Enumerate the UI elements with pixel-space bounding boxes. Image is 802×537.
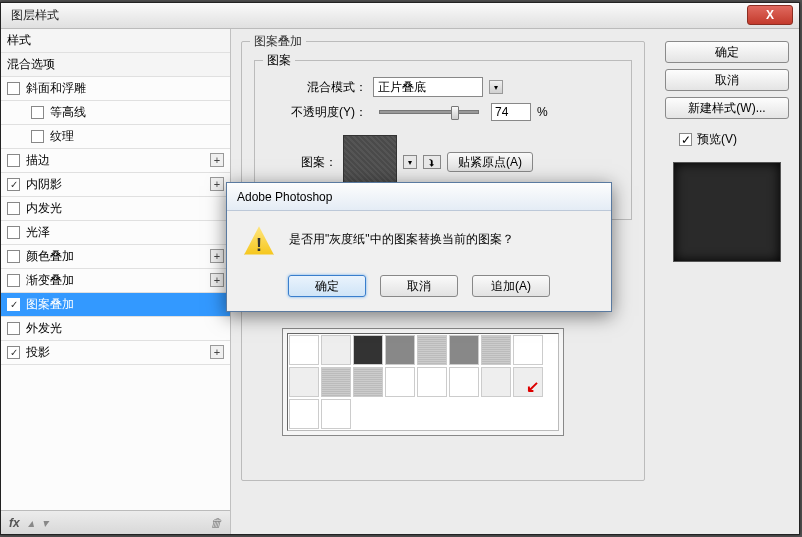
pattern-swatch[interactable] (417, 335, 447, 365)
sidebar-blend-options[interactable]: 混合选项 (1, 53, 230, 77)
pattern-thumbnail[interactable] (343, 135, 397, 189)
sidebar-item-label: 纹理 (50, 128, 74, 145)
sidebar-item-10[interactable]: 外发光 (1, 317, 230, 341)
pattern-swatch[interactable] (449, 335, 479, 365)
snap-origin-button[interactable]: 贴紧原点(A) (447, 152, 533, 172)
ok-button[interactable]: 确定 (665, 41, 789, 63)
sidebar-styles-header[interactable]: 样式 (1, 29, 230, 53)
dialog-append-button[interactable]: 追加(A) (472, 275, 550, 297)
pattern-swatch[interactable] (417, 367, 447, 397)
pattern-swatch[interactable] (449, 367, 479, 397)
effect-checkbox[interactable] (7, 250, 20, 263)
pattern-swatch[interactable] (289, 335, 319, 365)
pattern-swatch[interactable] (513, 335, 543, 365)
sidebar-item-label: 图案叠加 (26, 296, 74, 313)
add-effect-icon[interactable]: + (210, 249, 224, 263)
pattern-swatch[interactable] (385, 335, 415, 365)
sidebar-item-label: 投影 (26, 344, 50, 361)
sidebar-item-label: 描边 (26, 152, 50, 169)
confirm-dialog: Adobe Photoshop 是否用"灰度纸"中的图案替换当前的图案？ 确定 … (226, 182, 612, 312)
sidebar-footer: fx ▴ ▾ 🗑 (1, 510, 230, 534)
pattern-swatch[interactable] (321, 335, 351, 365)
sidebar-item-11[interactable]: ✓投影+ (1, 341, 230, 365)
add-effect-icon[interactable]: + (210, 273, 224, 287)
sidebar-item-3[interactable]: 描边+ (1, 149, 230, 173)
effect-checkbox[interactable] (7, 322, 20, 335)
opacity-slider-thumb[interactable] (451, 106, 459, 120)
opacity-input[interactable] (491, 103, 531, 121)
effect-checkbox[interactable] (7, 202, 20, 215)
inner-title: 图案 (263, 52, 295, 69)
dialog-ok-button[interactable]: 确定 (288, 275, 366, 297)
sidebar-item-2[interactable]: 纹理 (1, 125, 230, 149)
sidebar-item-label: 光泽 (26, 224, 50, 241)
pattern-swatch[interactable] (321, 399, 351, 429)
effect-checkbox[interactable]: ✓ (7, 346, 20, 359)
down-icon[interactable]: ▾ (42, 516, 48, 530)
pattern-grid (287, 333, 559, 431)
pattern-swatch[interactable] (321, 367, 351, 397)
preview-checkbox[interactable]: ✓ (679, 133, 692, 146)
blend-mode-label: 混合模式： (267, 79, 367, 96)
sidebar-item-label: 等高线 (50, 104, 86, 121)
sidebar-item-label: 斜面和浮雕 (26, 80, 86, 97)
pattern-swatch[interactable] (289, 399, 319, 429)
effect-checkbox[interactable] (7, 82, 20, 95)
opacity-label: 不透明度(Y)： (267, 104, 367, 121)
right-panel: 确定 取消 新建样式(W)... ✓ 预览(V) (655, 29, 799, 534)
sidebar-item-7[interactable]: 颜色叠加+ (1, 245, 230, 269)
pattern-swatch[interactable] (289, 367, 319, 397)
up-icon[interactable]: ▴ (28, 516, 34, 530)
red-arrow-annotation: ↙ (526, 377, 539, 396)
add-effect-icon[interactable]: + (210, 177, 224, 191)
pattern-swatch[interactable] (481, 367, 511, 397)
link-icon[interactable]: ⮯ (423, 155, 441, 169)
preview-label: 预览(V) (697, 131, 737, 148)
sidebar-item-label: 内发光 (26, 200, 62, 217)
dialog-buttons: 确定 取消 追加(A) (227, 265, 611, 311)
blend-mode-value: 正片叠底 (378, 79, 426, 96)
preview-checkbox-row[interactable]: ✓ 预览(V) (679, 131, 789, 148)
cancel-button[interactable]: 取消 (665, 69, 789, 91)
effect-checkbox[interactable]: ✓ (7, 178, 20, 191)
trash-icon[interactable]: 🗑 (210, 516, 222, 530)
add-effect-icon[interactable]: + (210, 345, 224, 359)
sidebar-item-8[interactable]: 渐变叠加+ (1, 269, 230, 293)
window-title: 图层样式 (11, 7, 59, 24)
sidebar-item-6[interactable]: 光泽 (1, 221, 230, 245)
warning-icon (243, 225, 275, 257)
sidebar-list: 样式 混合选项 斜面和浮雕等高线纹理描边+✓内阴影+内发光光泽颜色叠加+渐变叠加… (1, 29, 230, 510)
pattern-swatch[interactable] (353, 335, 383, 365)
effect-checkbox[interactable] (7, 226, 20, 239)
titlebar[interactable]: 图层样式 X (1, 3, 799, 29)
fx-icon[interactable]: fx (9, 516, 20, 530)
pattern-swatch[interactable] (353, 367, 383, 397)
effect-checkbox[interactable] (31, 130, 44, 143)
sidebar-item-0[interactable]: 斜面和浮雕 (1, 77, 230, 101)
window-close-button[interactable]: X (747, 5, 793, 25)
dialog-cancel-button[interactable]: 取消 (380, 275, 458, 297)
new-style-button[interactable]: 新建样式(W)... (665, 97, 789, 119)
sidebar-item-4[interactable]: ✓内阴影+ (1, 173, 230, 197)
sidebar-item-9[interactable]: ✓图案叠加 (1, 293, 230, 317)
pattern-swatch[interactable] (481, 335, 511, 365)
blend-mode-select[interactable]: 正片叠底 (373, 77, 483, 97)
effect-checkbox[interactable] (31, 106, 44, 119)
effect-checkbox[interactable] (7, 274, 20, 287)
blend-mode-dropdown-icon[interactable]: ▾ (489, 80, 503, 94)
opacity-row: 不透明度(Y)： % (267, 103, 619, 121)
sidebar: 样式 混合选项 斜面和浮雕等高线纹理描边+✓内阴影+内发光光泽颜色叠加+渐变叠加… (1, 29, 231, 534)
pattern-picker-dropdown-icon[interactable]: ▾ (403, 155, 417, 169)
add-effect-icon[interactable]: + (210, 153, 224, 167)
pattern-label: 图案： (267, 154, 337, 171)
pattern-swatch[interactable] (385, 367, 415, 397)
opacity-slider[interactable] (379, 110, 479, 114)
sidebar-item-1[interactable]: 等高线 (1, 101, 230, 125)
effect-checkbox[interactable]: ✓ (7, 298, 20, 311)
sidebar-item-5[interactable]: 内发光 (1, 197, 230, 221)
dialog-message: 是否用"灰度纸"中的图案替换当前的图案？ (289, 225, 514, 248)
dialog-title[interactable]: Adobe Photoshop (227, 183, 611, 211)
blend-mode-row: 混合模式： 正片叠底 ▾ (267, 77, 619, 97)
group-title: 图案叠加 (250, 33, 306, 50)
effect-checkbox[interactable] (7, 154, 20, 167)
